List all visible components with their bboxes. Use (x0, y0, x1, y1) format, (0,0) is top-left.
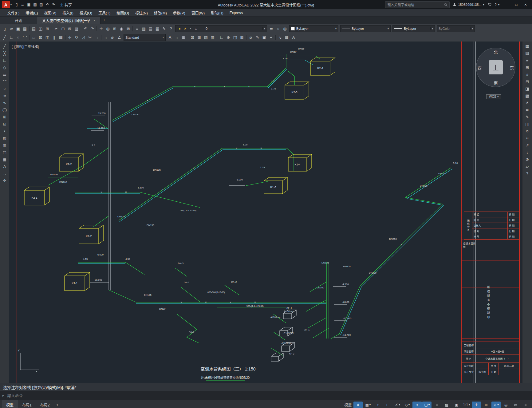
color-dropdown[interactable]: ByLayer ▾ (289, 25, 338, 32)
tool-palettes-icon[interactable]: ▤ (524, 50, 531, 57)
dim-radius-icon[interactable]: ⌀ (109, 34, 116, 41)
new-tab-button[interactable]: + (100, 17, 108, 24)
layer-walk-icon[interactable]: ≣ (524, 106, 531, 113)
tool-palettes-icon[interactable]: ▤ (147, 25, 154, 32)
line-icon[interactable]: ╱ (1, 43, 8, 50)
status-selection-cycling[interactable]: ▣ (452, 402, 461, 408)
status-annotation-scale[interactable]: 1:1▾ (462, 402, 471, 408)
status-customize[interactable]: ≡ (521, 402, 530, 408)
viewcube-east-label[interactable]: 东 (510, 65, 514, 70)
undo-icon[interactable]: ↶ (82, 25, 89, 32)
menu-item[interactable]: 工具(T) (95, 9, 113, 16)
menu-item[interactable]: 绘图(D) (113, 9, 132, 16)
materials-icon[interactable]: ▩ (524, 92, 531, 99)
flat-icon[interactable]: ▱ (524, 163, 531, 170)
menu-item[interactable]: 插入(I) (59, 9, 76, 16)
status-clean-screen[interactable]: ▭ (511, 402, 520, 408)
scale-icon[interactable]: ◿ (80, 34, 87, 41)
minimize-button[interactable]: — (502, 1, 512, 8)
status-osnap-tracking[interactable]: ⌖ (412, 402, 422, 408)
status-isolate-objects[interactable]: ◎ (501, 402, 510, 408)
revision-cloud-icon[interactable]: ≈ (1, 92, 8, 99)
make-block-icon[interactable]: ⊡ (189, 34, 196, 41)
maximize-button[interactable]: □ (512, 1, 521, 8)
menu-item[interactable]: 视图(V) (41, 9, 59, 16)
account-button[interactable]: 15059999135... ▾ (453, 3, 484, 6)
status-infer-constraints[interactable]: + (373, 402, 382, 408)
viewcube-north-label[interactable]: 北 (494, 49, 498, 55)
multiline-text-icon[interactable]: A (290, 34, 297, 41)
circle-icon[interactable]: ○ (15, 34, 22, 41)
help-button[interactable]: ? ▾ (495, 3, 499, 6)
dim-angular-icon[interactable]: ∠ (116, 34, 123, 41)
leader-icon[interactable]: ↘ (277, 34, 283, 41)
viewcube-south-label[interactable]: 南 (494, 80, 498, 86)
insert-block-icon[interactable]: ⊞ (1, 113, 8, 121)
dim-linear-icon[interactable]: ↔ (1, 170, 8, 177)
viewcube-top-face[interactable]: 上 (489, 60, 503, 74)
named-views-icon[interactable]: ◫ (232, 34, 238, 41)
ucs-icon[interactable]: ∟ (218, 34, 225, 41)
insert-block-icon[interactable]: ⊞ (196, 34, 203, 41)
save-icon[interactable]: ▣ (26, 2, 32, 8)
polyline-icon[interactable]: ∟ (1, 57, 8, 64)
menu-item[interactable]: 修改(M) (151, 9, 170, 16)
status-annotation-visibility[interactable]: ✛ (472, 402, 481, 408)
plot-preview-icon[interactable]: ◫ (37, 25, 44, 32)
menu-item[interactable]: 标注(N) (132, 9, 151, 16)
undo-icon[interactable]: ↶ (44, 2, 50, 8)
count-icon[interactable]: # (524, 71, 531, 78)
status-autoscale[interactable]: ⊕ (482, 402, 491, 408)
mirror-icon[interactable]: ◫ (44, 34, 51, 41)
spline-icon[interactable]: ∿ (1, 99, 8, 106)
gradient-icon[interactable]: ▥ (209, 34, 216, 41)
region-icon[interactable]: ▢ (1, 149, 8, 156)
save-icon[interactable]: ▣ (15, 25, 22, 32)
menu-item[interactable]: Express (227, 9, 246, 16)
vports-icon[interactable]: ⊞ (238, 34, 245, 41)
menu-item[interactable]: 参数(P) (170, 9, 188, 16)
status-model-space[interactable]: 模型 (343, 402, 353, 408)
dropdown-arrow-icon[interactable]: ▾ (334, 27, 337, 30)
point-icon[interactable]: • (1, 128, 8, 135)
redo-icon[interactable]: ↷ (89, 25, 96, 32)
sun-icon[interactable]: ☀ (183, 26, 188, 31)
layer-isolate-icon[interactable]: ◎ (282, 25, 288, 32)
layer-off-icon[interactable]: ○ (275, 25, 282, 32)
share-button[interactable]: 共享 (60, 2, 72, 7)
multiline-text-icon[interactable]: A (1, 163, 8, 170)
dropdown-arrow-icon[interactable]: ▾ (470, 27, 473, 30)
save-as-icon[interactable]: ▦ (32, 2, 38, 8)
copy-clip-icon[interactable]: ⊡ (37, 34, 44, 41)
match-prop-icon[interactable]: ▨ (73, 25, 80, 32)
status-transparency[interactable]: ▩ (442, 402, 451, 408)
plot-icon[interactable]: ▤ (38, 2, 44, 8)
style-dropdown[interactable]: Standard ▾ (124, 34, 166, 41)
viewport-label[interactable]: [-][俯视][二维线框] (12, 44, 39, 49)
table-style-icon[interactable]: ▦ (180, 34, 187, 41)
move-icon[interactable]: ✛ (66, 34, 73, 41)
tab-close-icon[interactable]: × (93, 18, 95, 22)
autocad-logo-icon[interactable]: A (2, 1, 10, 8)
layout-tab-模型[interactable]: 模型 (2, 400, 18, 408)
circle-icon[interactable]: ○ (1, 85, 8, 92)
hatch-icon[interactable]: ▨ (203, 34, 209, 41)
open-icon[interactable]: ▱ (8, 25, 15, 32)
qnew-icon[interactable]: ▯ (1, 25, 8, 32)
plot-icon[interactable]: ▤ (30, 25, 37, 32)
dim-linear-icon[interactable]: ↔ (102, 34, 109, 41)
dropdown-arrow-icon[interactable]: ▾ (430, 27, 433, 30)
search-input[interactable]: 键入关键字或短语 (385, 1, 450, 8)
lineweight-dropdown[interactable]: ByLayer ▾ (392, 25, 435, 32)
erase-icon[interactable]: ▱ (30, 34, 37, 41)
zoom-window-icon[interactable]: ⊞ (111, 25, 118, 32)
polygon-icon[interactable]: ◇ (1, 64, 8, 71)
status-grid-display[interactable]: # (353, 402, 363, 408)
properties-icon[interactable]: ≡ (524, 57, 531, 64)
export-icon[interactable]: ↓ (524, 149, 531, 156)
cut-icon[interactable]: ✂ (53, 25, 60, 32)
render-icon[interactable]: ◨ (524, 85, 531, 92)
offset-icon[interactable]: ∥ (51, 34, 57, 41)
layer-properties-icon[interactable]: ≣ (268, 25, 275, 32)
status-isodraft[interactable]: ◇▾ (403, 402, 412, 408)
